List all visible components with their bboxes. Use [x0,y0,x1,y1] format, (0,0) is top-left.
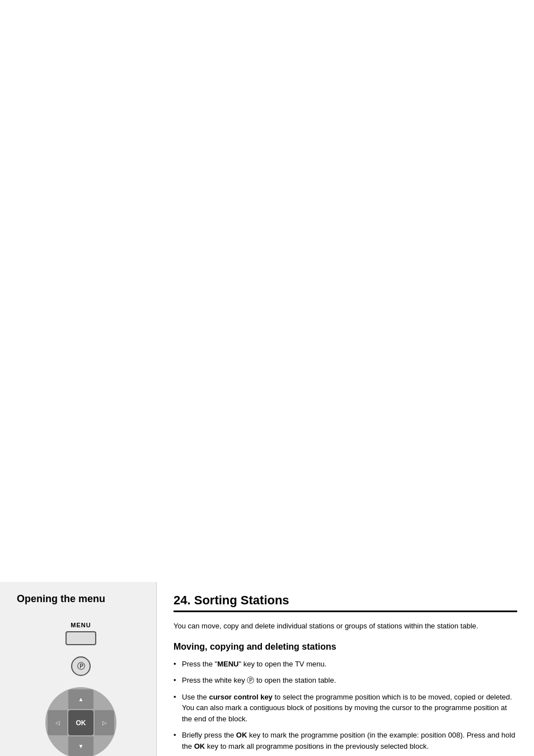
section-title: Moving, copying and deleting stations [174,642,517,652]
bullet-menu: Press the "MENU" key to open the TV menu… [174,659,517,670]
bullet-cursor: Use the cursor control key to select the… [174,692,517,725]
chapter-number: 24. [174,593,191,607]
bold-ok-2: OK [194,742,205,750]
menu-key-label: MENU [71,622,91,628]
bullet-list: Press the "MENU" key to open the TV menu… [174,659,517,752]
bold-ok-1: OK [236,731,247,739]
chapter-title: 24. Sorting Stations [174,593,517,612]
content-area: Opening the menu MENU Ⓟ ▲ [0,291,534,756]
dpad-down-icon: ▼ [78,743,84,749]
menu-key-section: MENU [65,622,96,645]
bullet-white-key: Press the white key Ⓟ to open the statio… [174,675,517,686]
header-space [0,0,534,291]
dpad-corner-tr [95,689,114,709]
intro-text: You can move, copy and delete individual… [174,621,517,632]
dpad-left-icon: ◁ [55,720,60,726]
dpad-right-icon: ▷ [102,720,107,726]
bullet-ok: Briefly press the OK key to mark the pro… [174,730,517,752]
remote-section: MENU Ⓟ ▲ ◁ [17,622,145,756]
dpad-ok-label: OK [76,719,86,727]
p-circle-icon: Ⓟ [77,661,85,672]
dpad-down-button[interactable]: ▼ [68,736,93,756]
bold-menu: MENU [217,660,238,668]
dpad-right-button[interactable]: ▷ [95,710,114,735]
right-column: 24. Sorting Stations You can move, copy … [157,582,534,756]
dpad-up-icon: ▲ [78,696,84,702]
dpad-left-button[interactable]: ◁ [48,710,67,735]
bold-cursor: cursor control key [209,693,272,701]
chapter-title-text: Sorting Stations [194,593,289,607]
dpad-up-button[interactable]: ▲ [68,689,93,709]
dpad-corner-br [95,736,114,756]
dpad-corner-tl [48,689,67,709]
page: Opening the menu MENU Ⓟ ▲ [0,0,534,756]
dpad-corner-bl [48,736,67,756]
left-column-title: Opening the menu [17,593,105,605]
menu-key-button[interactable] [65,631,96,645]
p-circle-key[interactable]: Ⓟ [71,656,91,676]
dpad-ok-button[interactable]: OK [68,710,93,735]
left-column: Opening the menu MENU Ⓟ ▲ [0,582,157,756]
dpad: ▲ ◁ OK ▷ ▼ [45,687,116,756]
